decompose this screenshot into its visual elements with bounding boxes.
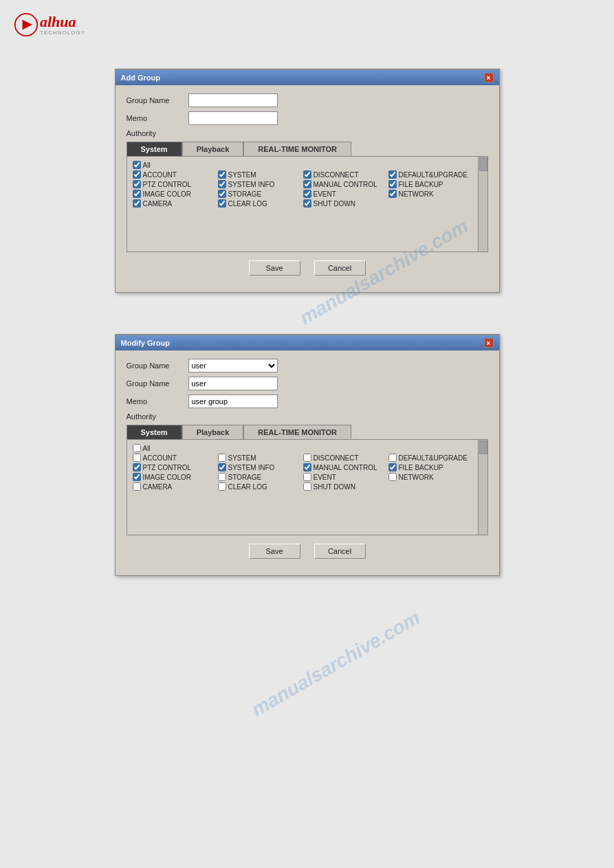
add-group-cb-all-input[interactable] [133,161,141,169]
add-group-tab-playback[interactable]: Playback [182,142,244,156]
modify-cb-default-upgrade[interactable] [388,454,397,462]
modify-group-cb-all: All [133,444,482,452]
list-item: DEFAULT&UPGRADE [388,170,471,179]
add-group-authority-label: Authority [127,129,188,137]
cb-camera[interactable] [133,199,141,208]
modify-group-name-input-row: Group Name [127,377,488,390]
modify-cb-system[interactable] [218,454,226,462]
list-item: NETWORK [388,473,471,481]
list-item: EVENT [303,473,386,481]
list-item: IMAGE COLOR [133,190,215,198]
add-group-memo-input[interactable] [188,111,278,125]
cb-image-color[interactable] [133,190,141,198]
modify-cb-manual-control[interactable] [303,463,311,471]
cb-manual-control[interactable] [303,180,311,188]
modify-cb-account[interactable] [133,454,141,462]
modify-group-titlebar: Modify Group × [116,335,499,350]
modify-cb-disconnect[interactable] [303,454,311,462]
list-item: CLEAR LOG [218,482,300,491]
add-group-name-input[interactable] [188,93,278,107]
modify-cb-image-color[interactable] [133,473,141,481]
add-group-titlebar: Add Group × [116,70,499,85]
list-item: FILE BACKUP [388,463,471,471]
modify-group-cb-all-label: All [143,445,151,452]
cb-storage[interactable] [218,190,226,198]
modify-group-scrollbar-thumb [479,441,487,454]
list-item: CAMERA [133,482,215,491]
modify-group-cancel-button[interactable]: Cancel [314,544,366,559]
modify-group-dialog: Modify Group × Group Name user admin Gro… [115,334,500,576]
add-group-scrollbar[interactable] [478,157,487,252]
cb-shut-down[interactable] [303,199,311,208]
list-item: CAMERA [133,199,215,208]
add-group-tabs: System Playback REAL-TIME MONITOR [127,142,488,156]
cb-ptz-control[interactable] [133,180,141,188]
modify-group-tab-playback[interactable]: Playback [182,425,244,439]
logo-icon [14,12,39,37]
modify-cb-camera[interactable] [133,482,141,491]
add-group-title: Add Group [121,74,160,82]
add-group-cb-all: All [133,161,482,169]
modify-cb-system-info[interactable] [218,463,226,471]
cb-file-backup[interactable] [388,180,397,188]
add-group-save-button[interactable]: Save [249,260,300,276]
cb-account[interactable] [133,170,141,179]
list-item: SYSTEM INFO [218,180,300,188]
modify-group-memo-input[interactable] [188,394,278,408]
add-group-button-row: Save Cancel [127,260,488,284]
modify-cb-storage[interactable] [218,473,226,481]
list-item: SYSTEM INFO [218,463,300,471]
add-group-scrollbar-thumb [479,157,487,171]
modify-group-name-select-label: Group Name [127,361,188,370]
modify-group-authority-row: Authority [127,412,488,421]
modify-group-authority-label: Authority [127,412,188,421]
cb-system-info[interactable] [218,180,226,188]
modify-group-title: Modify Group [121,339,171,347]
cb-disconnect[interactable] [303,170,311,179]
logo: alhua TECHNOLOGY [14,12,85,37]
modify-cb-shut-down[interactable] [303,482,311,491]
list-item: CLEAR LOG [218,199,300,208]
list-item: STORAGE [218,473,300,481]
cb-clear-log[interactable] [218,199,226,208]
list-item: SHUT DOWN [303,199,386,208]
modify-group-tab-system[interactable]: System [127,425,182,439]
modify-cb-ptz-control[interactable] [133,463,141,471]
modify-group-tab-realtime[interactable]: REAL-TIME MONITOR [243,425,351,439]
list-item: NETWORK [388,190,471,198]
add-group-tab-realtime[interactable]: REAL-TIME MONITOR [243,142,351,156]
modify-group-name-select-row: Group Name user admin [127,359,488,372]
cb-default-upgrade[interactable] [388,170,397,179]
add-group-tab-system[interactable]: System [127,142,182,156]
cb-network[interactable] [388,190,397,198]
list-item: ACCOUNT [133,454,215,462]
modify-group-name-select[interactable]: user admin [188,359,278,372]
modify-group-cb-all-input[interactable] [133,444,141,452]
modify-cb-network[interactable] [388,473,397,481]
modify-cb-clear-log[interactable] [218,482,226,491]
list-item: IMAGE COLOR [133,473,215,481]
modify-cb-event[interactable] [303,473,311,481]
add-group-close-button[interactable]: × [484,73,494,82]
add-group-authority-row: Authority [127,129,488,137]
add-group-checkbox-area: All ACCOUNT SYSTEM [127,156,488,252]
list-item: DISCONNECT [303,454,386,462]
modify-group-name-input[interactable] [188,377,278,390]
modify-group-dialog-panel: Modify Group × Group Name user admin Gro… [115,334,500,576]
add-group-memo-row: Memo [127,111,488,125]
modify-group-save-button[interactable]: Save [249,544,300,559]
list-item: FILE BACKUP [388,180,471,188]
logo-area: alhua TECHNOLOGY [14,12,85,37]
list-item: MANUAL CONTROL [303,180,386,188]
add-group-name-row: Group Name [127,93,488,107]
add-group-dialog-panel: Add Group × Group Name Memo Authority [115,69,500,293]
add-group-cancel-button[interactable]: Cancel [314,260,366,276]
modify-group-checkbox-area: All ACCOUNT SYSTEM [127,439,488,535]
modify-cb-file-backup[interactable] [388,463,397,471]
modify-group-close-button[interactable]: × [484,338,494,348]
modify-group-scrollbar[interactable] [478,440,487,535]
cb-system[interactable] [218,170,226,179]
cb-event[interactable] [303,190,311,198]
list-item: EVENT [303,190,386,198]
list-item: SYSTEM [218,454,300,462]
